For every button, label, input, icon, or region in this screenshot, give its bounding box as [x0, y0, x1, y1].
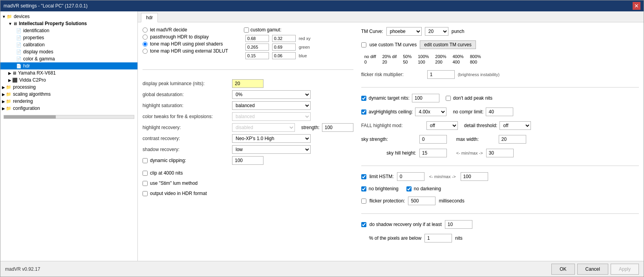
sidebar-item-vidda[interactable]: ▶ ⬛ Vidda C2Pro — [0, 77, 137, 84]
max-width-input[interactable] — [499, 135, 526, 144]
radio-passthrough-input[interactable] — [143, 35, 148, 40]
expand-rendering-icon[interactable]: ▶ — [2, 99, 5, 104]
use-custom-tm-checkbox[interactable] — [361, 42, 366, 47]
scrollbar-thumb[interactable] — [4, 115, 56, 118]
sidebar-item-devices[interactable]: ▼ 📁 devices — [0, 13, 137, 20]
scrollbar-track[interactable] — [4, 115, 134, 119]
fall-highlight-row: FALL highlight mod: off low — [361, 121, 458, 130]
edit-custom-tm-button[interactable]: edit custom TM curves — [420, 40, 476, 49]
radio-let-madvr[interactable]: let madVR decide — [143, 27, 228, 33]
custom-gamut-checkbox[interactable] — [244, 27, 249, 33]
form-row-contrast-recovery: contrast recovery: Neo-XP's 1.0 High Neo… — [143, 134, 353, 143]
flicker-risk-input[interactable] — [427, 70, 455, 79]
limit-hstm-input[interactable] — [397, 172, 424, 181]
avg-highlights-checkbox[interactable] — [361, 109, 366, 115]
tm-curve-select[interactable]: phoebe — [386, 27, 422, 36]
limit-hstm-checkbox[interactable] — [361, 174, 366, 179]
apply-button[interactable]: Apply — [611, 264, 639, 275]
color-tweaks-select[interactable]: balanced — [232, 112, 311, 121]
sidebar-item-hdr[interactable]: 📄 hdr — [0, 62, 137, 69]
diff-header-row: no diff 20% dif 50% 100% 200% 400% 800% — [361, 54, 484, 59]
no-brightening-checkbox[interactable] — [361, 186, 366, 191]
highlight-sat-select[interactable]: balanced low high — [232, 101, 311, 110]
cancel-button[interactable]: Cancel — [577, 264, 608, 275]
detail-threshold-select[interactable]: off low — [499, 121, 531, 130]
dynamic-clipping-checkbox[interactable] — [143, 158, 148, 163]
strength-input[interactable] — [322, 123, 353, 132]
gamut-red-label: red xy — [297, 34, 312, 43]
doc-icon: 📄 — [16, 28, 22, 33]
ok-button[interactable]: OK — [551, 264, 574, 275]
radio-tone-map-3dlut[interactable]: tone map HDR using external 3DLUT — [143, 48, 228, 54]
expand-devices-icon[interactable]: ▼ — [2, 15, 6, 19]
avg-highlights-select[interactable]: 4.00x 1.00x 2.00x — [415, 108, 446, 116]
limit-hstm-max-input[interactable] — [461, 172, 488, 181]
expand-configuration-icon[interactable]: ▶ — [2, 106, 5, 111]
gamut-table: red xy green blue — [244, 34, 312, 60]
highlight-recovery-select[interactable]: disabled — [232, 123, 295, 132]
form-row-global-desat: global desaturation: 0% 10% 20% — [143, 90, 353, 99]
expand-yamaha-icon[interactable]: ▶ — [8, 71, 11, 75]
expand-vidda-icon[interactable]: ▶ — [8, 78, 11, 82]
output-hdr-label: output video in HDR format — [150, 191, 207, 196]
radio-let-madvr-label: let madVR decide — [150, 27, 187, 33]
monitor3-icon: ⬛ — [12, 78, 18, 83]
no-compr-limit-input[interactable] — [486, 108, 513, 116]
sidebar-item-display-modes[interactable]: 📄 display modes — [0, 48, 137, 55]
contrast-recovery-select[interactable]: Neo-XP's 1.0 High Neo-XP's 1.0 Low off — [232, 134, 311, 143]
sky-strength-input[interactable] — [419, 135, 447, 144]
fall-highlight-select[interactable]: off low — [426, 121, 458, 130]
output-hdr-checkbox[interactable] — [143, 191, 148, 196]
gamut-red-y[interactable] — [272, 35, 296, 42]
fall-highlight-label: FALL highlight mod: — [361, 123, 424, 128]
tab-hdr[interactable]: hdr — [141, 13, 158, 22]
global-desat-select[interactable]: 0% 10% 20% — [232, 90, 311, 99]
dynamic-target-checkbox[interactable] — [361, 96, 366, 101]
diff-values-table: no diff 20% dif 50% 100% 200% 400% 800% … — [361, 54, 484, 65]
dynamic-clipping-input[interactable] — [232, 156, 263, 165]
sidebar-item-yamaha[interactable]: ▶ 🖥 Yamaha RX-V681 — [0, 69, 137, 77]
sky-strength-label: sky strength: — [361, 137, 416, 142]
radio-passthrough[interactable]: passthrough HDR to display — [143, 34, 228, 40]
sky-hill-max-input[interactable] — [486, 149, 514, 157]
gamut-green-y[interactable] — [272, 44, 296, 51]
sky-hill-height-input[interactable] — [419, 149, 447, 157]
clip-4000-checkbox[interactable] — [143, 171, 148, 176]
dont-add-peak-checkbox[interactable] — [446, 96, 451, 101]
sidebar-item-rendering[interactable]: ▶ 📁 rendering — [0, 98, 137, 105]
gamut-green-x[interactable] — [245, 44, 269, 51]
gamut-red-x[interactable] — [245, 35, 269, 42]
radio-tone-map-pixel[interactable]: tone map HDR using pixel shaders — [143, 41, 228, 47]
sidebar-item-scaling[interactable]: ▶ 📁 scaling algorithms — [0, 91, 137, 98]
shadow-recovery-select[interactable]: low medium high — [232, 145, 311, 154]
shadow-recovery-only-input[interactable] — [445, 220, 472, 229]
sidebar-item-configuration[interactable]: ▶ 📁 configuration — [0, 105, 137, 112]
shadow-recovery-only-checkbox[interactable] — [361, 222, 366, 227]
radio-tone-map-pixel-input[interactable] — [143, 42, 148, 47]
sidebar-item-properties[interactable]: 📄 properties — [0, 34, 137, 41]
dynamic-target-input[interactable] — [412, 94, 439, 102]
flicker-protection-input[interactable] — [408, 197, 435, 205]
avg-highlights-label: avgHighlights ceiling: — [369, 109, 413, 115]
luminance-input[interactable] — [232, 79, 263, 88]
gamut-blue-x[interactable] — [245, 52, 269, 59]
pixels-below-input[interactable] — [424, 234, 452, 242]
sidebar-item-ips[interactable]: ▼ 🖥 Intellectual Property Solutions — [0, 20, 137, 27]
flicker-protection-checkbox[interactable] — [361, 199, 366, 204]
close-button[interactable]: ✕ — [633, 2, 640, 10]
sidebar-item-color-gamma[interactable]: 📄 color & gamma — [0, 55, 137, 62]
tm-curve-num-select[interactable]: 20 — [425, 27, 448, 36]
dont-add-peak-row: don't add peak nits — [446, 95, 492, 101]
gamut-blue-y[interactable] — [272, 52, 296, 59]
sidebar-item-identification[interactable]: 📄 identification — [0, 27, 137, 34]
radio-let-madvr-input[interactable] — [143, 27, 148, 33]
stim-lum-checkbox[interactable] — [143, 181, 148, 186]
sidebar-item-calibration[interactable]: 📄 calibration — [0, 41, 137, 48]
sidebar-label-scaling: scaling algorithms — [13, 91, 51, 97]
radio-tone-map-3dlut-input[interactable] — [143, 49, 148, 54]
expand-processing-icon[interactable]: ▶ — [2, 85, 5, 89]
sidebar-item-processing[interactable]: ▶ 📁 processing — [0, 84, 137, 91]
expand-scaling-icon[interactable]: ▶ — [2, 92, 5, 97]
no-darkening-checkbox[interactable] — [406, 186, 412, 191]
expand-ips-icon[interactable]: ▼ — [8, 22, 12, 26]
